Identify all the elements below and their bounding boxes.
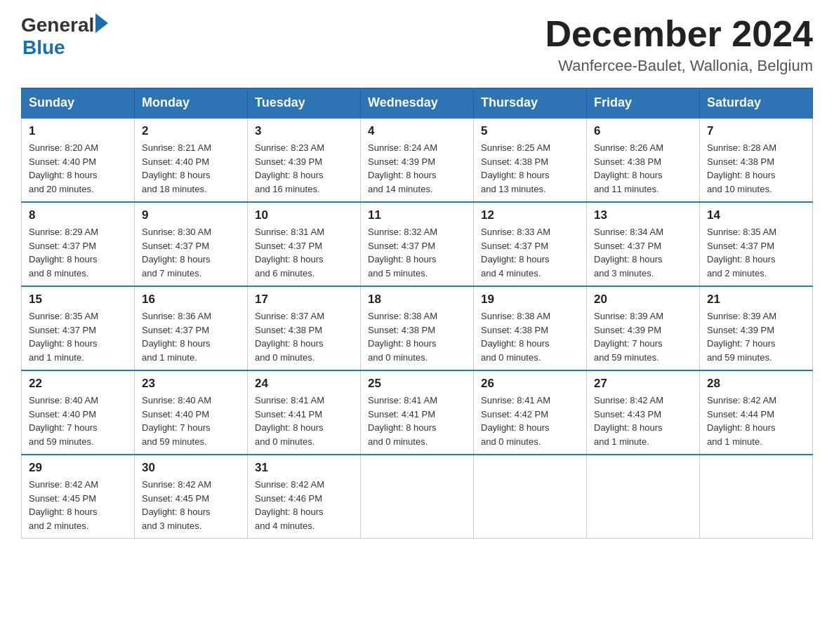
calendar-day-cell: 1Sunrise: 8:20 AM Sunset: 4:40 PM Daylig… [22,118,135,202]
day-info: Sunrise: 8:42 AM Sunset: 4:43 PM Dayligh… [594,394,692,448]
calendar-day-cell [361,455,474,539]
day-info: Sunrise: 8:40 AM Sunset: 4:40 PM Dayligh… [29,394,127,448]
calendar-day-cell: 16Sunrise: 8:36 AM Sunset: 4:37 PM Dayli… [135,286,248,370]
calendar-day-header: Monday [135,88,248,119]
calendar-day-cell: 8Sunrise: 8:29 AM Sunset: 4:37 PM Daylig… [22,202,135,286]
calendar-day-cell [474,455,587,539]
day-number: 22 [29,377,127,391]
day-info: Sunrise: 8:39 AM Sunset: 4:39 PM Dayligh… [707,309,805,364]
day-info: Sunrise: 8:33 AM Sunset: 4:37 PM Dayligh… [481,225,579,280]
day-info: Sunrise: 8:35 AM Sunset: 4:37 PM Dayligh… [29,309,127,364]
calendar-day-cell: 22Sunrise: 8:40 AM Sunset: 4:40 PM Dayli… [22,370,135,455]
day-info: Sunrise: 8:37 AM Sunset: 4:38 PM Dayligh… [255,309,353,364]
day-number: 2 [142,124,240,138]
day-info: Sunrise: 8:23 AM Sunset: 4:39 PM Dayligh… [255,141,353,196]
day-info: Sunrise: 8:38 AM Sunset: 4:38 PM Dayligh… [368,309,466,364]
calendar-day-cell: 12Sunrise: 8:33 AM Sunset: 4:37 PM Dayli… [474,202,587,286]
day-info: Sunrise: 8:35 AM Sunset: 4:37 PM Dayligh… [707,225,805,280]
day-info: Sunrise: 8:36 AM Sunset: 4:37 PM Dayligh… [142,309,240,364]
day-info: Sunrise: 8:31 AM Sunset: 4:37 PM Dayligh… [255,225,353,280]
day-info: Sunrise: 8:41 AM Sunset: 4:41 PM Dayligh… [255,394,353,448]
day-info: Sunrise: 8:32 AM Sunset: 4:37 PM Dayligh… [368,225,466,280]
day-number: 1 [29,124,127,138]
logo-blue: Blue [22,36,108,59]
day-info: Sunrise: 8:28 AM Sunset: 4:38 PM Dayligh… [707,141,805,196]
day-info: Sunrise: 8:41 AM Sunset: 4:41 PM Dayligh… [368,394,466,448]
calendar-week-row: 22Sunrise: 8:40 AM Sunset: 4:40 PM Dayli… [22,370,813,455]
calendar-day-cell: 24Sunrise: 8:41 AM Sunset: 4:41 PM Dayli… [248,370,361,455]
calendar-day-cell: 28Sunrise: 8:42 AM Sunset: 4:44 PM Dayli… [700,370,813,455]
calendar-day-header: Wednesday [361,88,474,119]
day-number: 4 [368,124,466,138]
calendar-day-cell: 25Sunrise: 8:41 AM Sunset: 4:41 PM Dayli… [361,370,474,455]
day-number: 7 [707,124,805,138]
calendar-day-cell: 23Sunrise: 8:40 AM Sunset: 4:40 PM Dayli… [135,370,248,455]
day-info: Sunrise: 8:26 AM Sunset: 4:38 PM Dayligh… [594,141,692,196]
calendar-week-row: 15Sunrise: 8:35 AM Sunset: 4:37 PM Dayli… [22,286,813,370]
calendar-day-cell: 10Sunrise: 8:31 AM Sunset: 4:37 PM Dayli… [248,202,361,286]
day-number: 8 [29,208,127,222]
month-title: December 2024 [545,14,813,54]
day-info: Sunrise: 8:42 AM Sunset: 4:45 PM Dayligh… [29,478,127,532]
day-number: 24 [255,377,353,391]
day-number: 5 [481,124,579,138]
calendar-day-cell: 5Sunrise: 8:25 AM Sunset: 4:38 PM Daylig… [474,118,587,202]
day-info: Sunrise: 8:40 AM Sunset: 4:40 PM Dayligh… [142,394,240,448]
day-info: Sunrise: 8:30 AM Sunset: 4:37 PM Dayligh… [142,225,240,280]
day-number: 29 [29,461,127,475]
day-number: 3 [255,124,353,138]
calendar-day-cell [700,455,813,539]
calendar-day-cell: 29Sunrise: 8:42 AM Sunset: 4:45 PM Dayli… [22,455,135,539]
day-number: 15 [29,293,127,307]
calendar-day-cell: 3Sunrise: 8:23 AM Sunset: 4:39 PM Daylig… [248,118,361,202]
day-info: Sunrise: 8:39 AM Sunset: 4:39 PM Dayligh… [594,309,692,364]
day-info: Sunrise: 8:20 AM Sunset: 4:40 PM Dayligh… [29,141,127,196]
day-number: 16 [142,293,240,307]
day-number: 20 [594,293,692,307]
calendar-week-row: 1Sunrise: 8:20 AM Sunset: 4:40 PM Daylig… [22,118,813,202]
title-block: December 2024 Wanfercee-Baulet, Wallonia… [545,14,813,75]
calendar-day-cell: 15Sunrise: 8:35 AM Sunset: 4:37 PM Dayli… [22,286,135,370]
logo-general: General [21,14,94,36]
calendar-day-header: Saturday [700,88,813,119]
calendar-day-cell: 11Sunrise: 8:32 AM Sunset: 4:37 PM Dayli… [361,202,474,286]
calendar-table: SundayMondayTuesdayWednesdayThursdayFrid… [21,88,813,539]
day-number: 28 [707,377,805,391]
calendar-day-cell: 31Sunrise: 8:42 AM Sunset: 4:46 PM Dayli… [248,455,361,539]
calendar-day-cell: 13Sunrise: 8:34 AM Sunset: 4:37 PM Dayli… [587,202,700,286]
calendar-day-cell: 9Sunrise: 8:30 AM Sunset: 4:37 PM Daylig… [135,202,248,286]
day-number: 10 [255,208,353,222]
day-info: Sunrise: 8:29 AM Sunset: 4:37 PM Dayligh… [29,225,127,280]
day-info: Sunrise: 8:21 AM Sunset: 4:40 PM Dayligh… [142,141,240,196]
calendar-day-cell: 26Sunrise: 8:41 AM Sunset: 4:42 PM Dayli… [474,370,587,455]
day-number: 27 [594,377,692,391]
day-number: 9 [142,208,240,222]
calendar-header-row: SundayMondayTuesdayWednesdayThursdayFrid… [22,88,813,119]
day-number: 23 [142,377,240,391]
calendar-day-header: Thursday [474,88,587,119]
day-number: 25 [368,377,466,391]
logo-arrow-icon [95,13,108,33]
day-info: Sunrise: 8:25 AM Sunset: 4:38 PM Dayligh… [481,141,579,196]
calendar-day-cell: 21Sunrise: 8:39 AM Sunset: 4:39 PM Dayli… [700,286,813,370]
day-number: 14 [707,208,805,222]
day-info: Sunrise: 8:42 AM Sunset: 4:46 PM Dayligh… [255,478,353,532]
calendar-day-cell: 4Sunrise: 8:24 AM Sunset: 4:39 PM Daylig… [361,118,474,202]
day-info: Sunrise: 8:34 AM Sunset: 4:37 PM Dayligh… [594,225,692,280]
calendar-day-cell [587,455,700,539]
calendar-day-header: Sunday [22,88,135,119]
day-number: 21 [707,293,805,307]
calendar-day-cell: 20Sunrise: 8:39 AM Sunset: 4:39 PM Dayli… [587,286,700,370]
day-info: Sunrise: 8:41 AM Sunset: 4:42 PM Dayligh… [481,394,579,448]
day-info: Sunrise: 8:24 AM Sunset: 4:39 PM Dayligh… [368,141,466,196]
day-info: Sunrise: 8:42 AM Sunset: 4:45 PM Dayligh… [142,478,240,532]
page-header: General Blue December 2024 Wanfercee-Bau… [21,14,813,75]
day-number: 26 [481,377,579,391]
day-number: 6 [594,124,692,138]
day-number: 11 [368,208,466,222]
day-info: Sunrise: 8:38 AM Sunset: 4:38 PM Dayligh… [481,309,579,364]
calendar-day-header: Tuesday [248,88,361,119]
calendar-week-row: 8Sunrise: 8:29 AM Sunset: 4:37 PM Daylig… [22,202,813,286]
location-title: Wanfercee-Baulet, Wallonia, Belgium [545,57,813,75]
calendar-day-cell: 19Sunrise: 8:38 AM Sunset: 4:38 PM Dayli… [474,286,587,370]
